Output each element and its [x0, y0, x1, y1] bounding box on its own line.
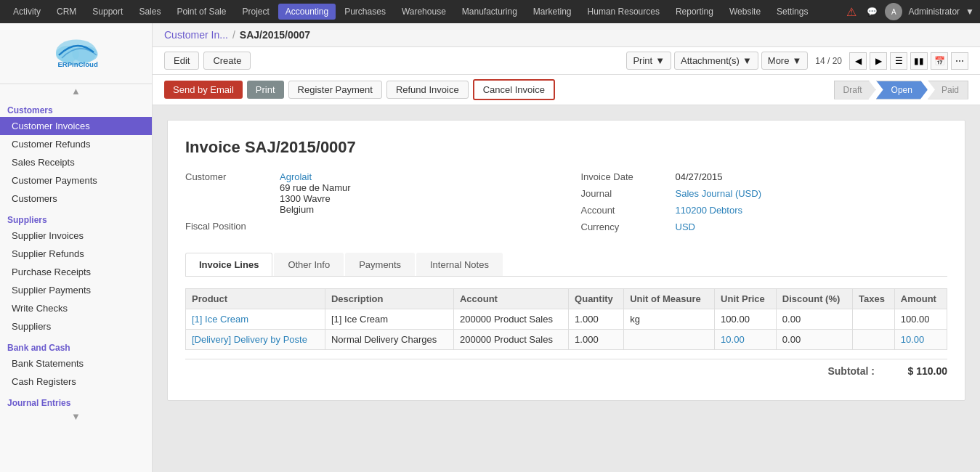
nav-item-hr[interactable]: Human Resources [580, 4, 667, 20]
sidebar-item-sales-receipts[interactable]: Sales Receipts [0, 153, 152, 171]
customer-name[interactable]: Agrolait [280, 171, 351, 182]
invoice-card: Invoice SAJ/2015/0007 Customer Agrolait … [167, 120, 965, 401]
sidebar-item-customer-refunds[interactable]: Customer Refunds [0, 135, 152, 153]
row2-description: Normal Delivery Charges [325, 330, 453, 350]
nav-item-website[interactable]: Website [722, 4, 768, 20]
sidebar-item-supplier-invoices[interactable]: Supplier Invoices [0, 227, 152, 245]
breadcrumb-current: SAJ/2015/0007 [240, 29, 310, 41]
nav-item-pos[interactable]: Point of Sale [169, 4, 233, 20]
list-view-button[interactable]: ☰ [890, 52, 907, 70]
sidebar-item-purchase-receipts[interactable]: Purchase Receipts [0, 263, 152, 281]
status-step-open[interactable]: Open [876, 81, 928, 99]
send-email-button[interactable]: Send by Email [164, 81, 243, 99]
sidebar-section-customers: Customers [0, 101, 152, 117]
row1-product[interactable]: [1] Ice Cream [192, 314, 248, 325]
chat-icon[interactable]: 💬 [864, 4, 879, 19]
invoice-fields: Customer Agrolait 69 rue de Namur 1300 W… [185, 171, 947, 238]
col-amount: Amount [894, 289, 947, 309]
nav-item-project[interactable]: Project [235, 4, 276, 20]
sidebar-item-suppliers[interactable]: Suppliers [0, 317, 152, 335]
row2-taxes [853, 330, 895, 350]
sidebar-item-customer-payments[interactable]: Customer Payments [0, 171, 152, 190]
register-payment-button[interactable]: Register Payment [288, 81, 382, 99]
card-view-button[interactable]: ▮▮ [910, 52, 928, 70]
row2-product[interactable]: [Delivery] Delivery by Poste [192, 334, 307, 345]
sidebar-item-cash-registers[interactable]: Cash Registers [0, 373, 152, 391]
admin-dropdown-icon[interactable]: ▼ [965, 7, 974, 17]
fiscal-position-label: Fiscal Position [185, 221, 280, 232]
refund-invoice-button[interactable]: Refund Invoice [386, 81, 469, 99]
journal-value[interactable]: Sales Journal (USD) [676, 188, 762, 199]
more-dropdown-icon: ▼ [792, 55, 801, 66]
row2-amount[interactable]: 10.00 [901, 334, 925, 345]
calendar-view-button[interactable]: 📅 [931, 52, 948, 70]
status-step-paid[interactable]: Paid [928, 81, 968, 99]
journal-label: Journal [581, 188, 676, 199]
nav-item-purchases[interactable]: Purchases [337, 4, 393, 20]
nav-item-crm[interactable]: CRM [49, 4, 84, 20]
content-area: Customer In... / SAJ/2015/0007 Edit Crea… [153, 23, 980, 472]
attachments-dropdown-button[interactable]: Attachment(s) ▼ [674, 52, 758, 70]
sidebar-item-bank-statements[interactable]: Bank Statements [0, 354, 152, 373]
row2-uom [624, 330, 715, 350]
sidebar-item-customers[interactable]: Customers [0, 190, 152, 208]
print-dropdown-button[interactable]: Print ▼ [626, 52, 671, 70]
nav-item-settings[interactable]: Settings [769, 4, 815, 20]
tab-invoice-lines[interactable]: Invoice Lines [185, 253, 272, 276]
col-description: Description [325, 289, 453, 309]
col-product: Product [186, 289, 325, 309]
cancel-invoice-button[interactable]: Cancel Invoice [473, 79, 555, 100]
sidebar-item-customer-invoices[interactable]: Customer Invoices [0, 117, 152, 135]
more-views-button[interactable]: ⋯ [951, 52, 968, 70]
nav-item-sales[interactable]: Sales [131, 4, 168, 20]
create-button[interactable]: Create [203, 52, 251, 70]
subtotal-value: $ 110.00 [889, 365, 947, 377]
next-record-button[interactable]: ▶ [870, 52, 887, 70]
edit-button[interactable]: Edit [164, 52, 199, 70]
more-dropdown-button[interactable]: More ▼ [761, 52, 809, 70]
sidebar-section-journal: Journal Entries [0, 394, 152, 410]
nav-item-marketing[interactable]: Marketing [526, 4, 579, 20]
sidebar-logo: ERPinCloud [0, 23, 152, 84]
nav-item-support[interactable]: Support [85, 4, 130, 20]
sidebar-scroll-up[interactable]: ▲ [0, 84, 152, 98]
sidebar-item-supplier-refunds[interactable]: Supplier Refunds [0, 245, 152, 263]
tab-other-info[interactable]: Other Info [274, 253, 344, 276]
tab-payments[interactable]: Payments [345, 253, 415, 276]
tab-internal-notes[interactable]: Internal Notes [416, 253, 503, 276]
admin-label: Administrator [908, 7, 960, 17]
col-quantity: Quantity [569, 289, 624, 309]
customer-address3: Belgium [280, 204, 351, 215]
row1-discount: 0.00 [776, 309, 852, 330]
nav-item-warehouse[interactable]: Warehouse [394, 4, 453, 20]
sidebar-item-write-checks[interactable]: Write Checks [0, 299, 152, 317]
table-row: [Delivery] Delivery by Poste Normal Deli… [186, 330, 947, 350]
toolbar: Edit Create Print ▼ Attachment(s) ▼ More… [153, 47, 980, 75]
col-account: Account [453, 289, 568, 309]
nav-item-manufacturing[interactable]: Manufacturing [455, 4, 525, 20]
breadcrumb-link[interactable]: Customer In... [164, 29, 228, 41]
alert-icon[interactable]: ⚠ [844, 4, 859, 19]
col-taxes: Taxes [853, 289, 895, 309]
breadcrumb-separator: / [232, 29, 235, 41]
sidebar-scroll-down[interactable]: ▼ [0, 410, 152, 423]
row1-amount: 100.00 [894, 309, 947, 330]
prev-record-button[interactable]: ◀ [849, 52, 867, 70]
sidebar-item-supplier-payments[interactable]: Supplier Payments [0, 281, 152, 299]
nav-item-reporting[interactable]: Reporting [668, 4, 721, 20]
invoice-date-label: Invoice Date [581, 171, 676, 182]
customer-address1: 69 rue de Namur [280, 182, 351, 193]
currency-value[interactable]: USD [676, 221, 695, 232]
nav-item-accounting[interactable]: Accounting [278, 4, 336, 20]
row2-account: 200000 Product Sales [453, 330, 568, 350]
row1-taxes [853, 309, 895, 330]
avatar[interactable]: A [885, 3, 902, 20]
nav-item-activity[interactable]: Activity [6, 4, 48, 20]
status-step-draft[interactable]: Draft [834, 81, 876, 99]
print-button[interactable]: Print [247, 81, 284, 99]
row2-unit-price[interactable]: 10.00 [721, 334, 745, 345]
row1-quantity: 1.000 [569, 309, 624, 330]
pager: 14 / 20 [811, 56, 846, 66]
account-value[interactable]: 110200 Debtors [676, 205, 743, 216]
account-label: Account [581, 205, 676, 216]
